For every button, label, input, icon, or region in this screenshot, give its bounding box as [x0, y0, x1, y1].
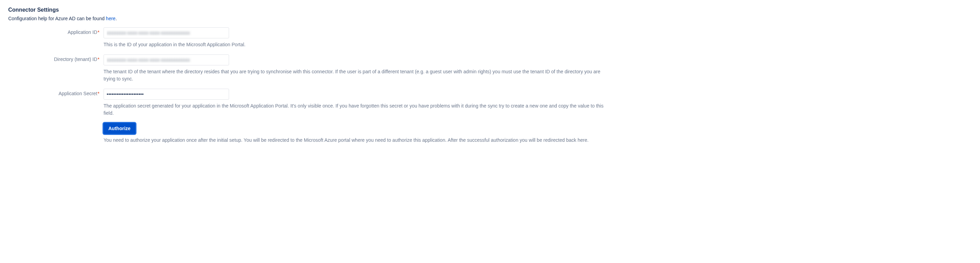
- required-mark: *: [98, 57, 99, 62]
- application-secret-description: The application secret generated for you…: [103, 102, 608, 117]
- authorize-description: You need to authorize your application o…: [103, 137, 608, 144]
- required-mark: *: [98, 91, 99, 96]
- tenant-id-input[interactable]: [103, 54, 229, 65]
- application-secret-input[interactable]: [103, 89, 229, 100]
- help-prefix: Configuration help for Azure AD can be f…: [8, 16, 106, 21]
- tenant-id-label: Directory (tenant) ID*: [8, 54, 103, 62]
- authorize-field-wrap: Authorize You need to authorize your app…: [103, 123, 608, 144]
- authorize-button[interactable]: Authorize: [103, 123, 135, 134]
- application-id-row: Application ID* This is the ID of your a…: [8, 27, 972, 48]
- application-id-field-wrap: This is the ID of your application in th…: [103, 27, 608, 48]
- authorize-label-spacer: [8, 123, 103, 125]
- application-secret-field-wrap: The application secret generated for you…: [103, 89, 608, 117]
- required-mark: *: [98, 29, 99, 35]
- help-text: Configuration help for Azure AD can be f…: [8, 16, 972, 21]
- authorize-row: Authorize You need to authorize your app…: [8, 123, 972, 144]
- tenant-id-description: The tenant ID of the tenant where the di…: [103, 68, 608, 82]
- application-id-input[interactable]: [103, 27, 229, 38]
- section-title: Connector Settings: [8, 7, 972, 13]
- application-id-label: Application ID*: [8, 27, 103, 35]
- tenant-id-field-wrap: The tenant ID of the tenant where the di…: [103, 54, 608, 82]
- connector-settings-section: Connector Settings Configuration help fo…: [8, 7, 972, 144]
- tenant-id-row: Directory (tenant) ID* The tenant ID of …: [8, 54, 972, 82]
- help-link[interactable]: here: [106, 16, 116, 21]
- application-secret-row: Application Secret* The application secr…: [8, 89, 972, 117]
- help-suffix: .: [116, 16, 117, 21]
- application-id-description: This is the ID of your application in th…: [103, 41, 608, 48]
- application-secret-label: Application Secret*: [8, 89, 103, 96]
